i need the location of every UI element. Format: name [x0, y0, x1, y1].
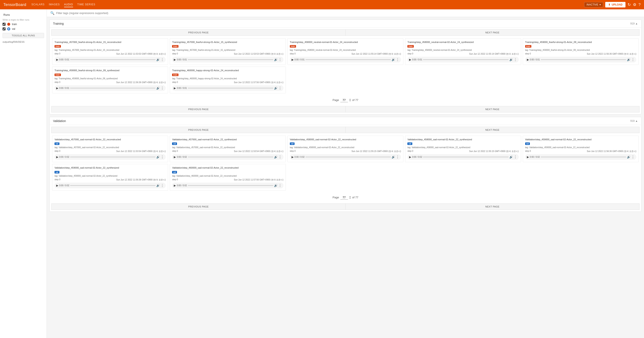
- more-button[interactable]: ⋮: [514, 155, 517, 159]
- volume-button[interactable]: 🔊: [156, 87, 160, 90]
- nav-images[interactable]: IMAGES: [49, 2, 60, 7]
- volume-button[interactable]: 🔊: [156, 155, 160, 159]
- volume-button[interactable]: 🔊: [510, 155, 513, 159]
- play-button[interactable]: ▶: [174, 87, 176, 90]
- progress-bar[interactable]: [70, 59, 156, 60]
- more-button[interactable]: ⋮: [631, 155, 635, 159]
- more-button[interactable]: ⋮: [514, 58, 517, 62]
- progress-bar[interactable]: [423, 59, 508, 60]
- volume-button[interactable]: 🔊: [392, 58, 395, 61]
- more-button[interactable]: ⋮: [160, 58, 164, 62]
- play-button[interactable]: ▶: [56, 184, 58, 187]
- upload-button[interactable]: ⬆ UPLOAD: [605, 2, 626, 7]
- training-prev-page-bottom[interactable]: PREVIOUS PAGE: [51, 106, 346, 112]
- volume-button[interactable]: 🔊: [274, 58, 278, 61]
- progress-bar[interactable]: [188, 88, 273, 88]
- validation-page-input[interactable]: [340, 195, 348, 200]
- progress-bar[interactable]: [188, 185, 273, 186]
- validation-next-page-top[interactable]: NEXT PAGE: [346, 127, 640, 133]
- progress-bar[interactable]: [188, 157, 273, 157]
- step-value: step 0: [408, 150, 413, 153]
- volume-button[interactable]: 🔊: [274, 155, 278, 159]
- sidebar-path: output/log/RAVDESS: [0, 40, 47, 44]
- progress-bar[interactable]: [70, 157, 156, 157]
- audio-player: ▶ 0:00 / 0:01 🔊 ⋮: [525, 57, 636, 62]
- play-button[interactable]: ▶: [174, 58, 176, 61]
- volume-button[interactable]: 🔊: [274, 87, 278, 90]
- validation-page-down[interactable]: ▼: [349, 197, 351, 199]
- training-page-down[interactable]: ▼: [349, 100, 351, 102]
- more-button[interactable]: ⋮: [396, 58, 399, 62]
- more-button[interactable]: ⋮: [160, 155, 164, 159]
- nav-time-series[interactable]: TIME SERIES: [77, 2, 96, 7]
- play-button[interactable]: ▶: [174, 155, 176, 159]
- progress-bar[interactable]: [541, 157, 626, 157]
- step-value: step 0: [172, 81, 178, 84]
- play-button[interactable]: ▶: [174, 184, 176, 187]
- refresh-button[interactable]: ↻: [628, 2, 631, 7]
- card-meta: tag: Training/step_457000_fearful-strong…: [54, 48, 166, 52]
- progress-bar[interactable]: [541, 59, 626, 60]
- play-button[interactable]: ▶: [292, 155, 294, 159]
- more-button[interactable]: ⋮: [160, 86, 164, 90]
- play-button[interactable]: ▶: [409, 155, 411, 159]
- progress-bar[interactable]: [70, 88, 156, 88]
- progress-bar[interactable]: [188, 59, 273, 60]
- card-meta: tag: Validation/step_460000_sad-normal-0…: [172, 174, 283, 177]
- training-page-input[interactable]: [340, 98, 348, 102]
- progress-bar[interactable]: [306, 157, 391, 157]
- more-button[interactable]: ⋮: [278, 183, 282, 187]
- play-button[interactable]: ▶: [527, 58, 529, 61]
- play-button[interactable]: ▶: [56, 58, 58, 61]
- volume-button[interactable]: 🔊: [156, 184, 160, 187]
- toggle-all-runs-button[interactable]: TOGGLE ALL RUNS: [2, 33, 44, 38]
- run-train: train: [0, 22, 47, 26]
- progress-bar[interactable]: [423, 157, 508, 157]
- card-title: Validation/step_460000_sad-normal-02-Act…: [172, 166, 283, 169]
- step-value: step 0: [408, 52, 413, 55]
- play-button[interactable]: ▶: [527, 155, 529, 159]
- more-button[interactable]: ⋮: [160, 183, 164, 187]
- validation-prev-page-top[interactable]: PREVIOUS PAGE: [51, 127, 346, 133]
- more-button[interactable]: ⋮: [278, 155, 282, 159]
- audio-card: Validation/step_459000_sad-normal-02-Act…: [523, 136, 639, 162]
- run-val-checkbox[interactable]: [2, 27, 6, 30]
- volume-button[interactable]: 🔊: [627, 58, 630, 61]
- volume-button[interactable]: 🔊: [274, 184, 278, 187]
- validation-pagination: Page ▲ ▼ of 77: [50, 193, 641, 202]
- progress-bar[interactable]: [70, 185, 156, 186]
- play-button[interactable]: ▶: [56, 155, 58, 159]
- more-button[interactable]: ⋮: [631, 58, 635, 62]
- audio-player: ▶ 0:00 / 0:01 🔊 ⋮: [172, 57, 283, 62]
- audio-card: Validation/step_457000_sad-normal-02-Act…: [170, 136, 286, 162]
- training-prev-page-top[interactable]: PREVIOUS PAGE: [51, 29, 346, 36]
- training-next-page-top[interactable]: NEXT PAGE: [346, 29, 640, 36]
- more-button[interactable]: ⋮: [278, 86, 282, 90]
- volume-button[interactable]: 🔊: [392, 155, 395, 159]
- more-button[interactable]: ⋮: [396, 155, 399, 159]
- volume-button[interactable]: 🔊: [156, 58, 160, 61]
- inactive-button[interactable]: INACTIVE ▾: [584, 2, 603, 7]
- help-button[interactable]: ?: [638, 2, 640, 7]
- more-button[interactable]: ⋮: [278, 58, 282, 62]
- app-body: Runs Write a regex to filter runs train …: [0, 9, 644, 338]
- card-step: step 0 Sun Jun 12 2022 11:53:54 GMT+0900…: [172, 150, 283, 153]
- filter-input[interactable]: [56, 11, 640, 15]
- volume-button[interactable]: 🔊: [510, 58, 513, 61]
- play-button[interactable]: ▶: [56, 87, 58, 90]
- nav-scalars[interactable]: SCALARS: [32, 2, 45, 7]
- run-badge: train: [525, 45, 532, 48]
- volume-button[interactable]: 🔊: [627, 155, 630, 159]
- validation-next-page-bottom[interactable]: NEXT PAGE: [346, 203, 640, 210]
- nav-audio[interactable]: AUDIO: [64, 2, 73, 7]
- settings-button[interactable]: ⚙: [633, 2, 636, 7]
- play-button[interactable]: ▶: [292, 58, 294, 61]
- training-next-page-bottom[interactable]: NEXT PAGE: [346, 106, 640, 112]
- card-step: step 0 Sun Jun 12 2022 11:53:54 GMT+0900…: [54, 150, 166, 153]
- run-val-label: val: [12, 27, 15, 30]
- search-icon: 🔍: [50, 11, 54, 15]
- run-train-checkbox[interactable]: [2, 23, 6, 26]
- play-button[interactable]: ▶: [409, 58, 411, 61]
- validation-prev-page-bottom[interactable]: PREVIOUS PAGE: [51, 203, 346, 210]
- progress-bar[interactable]: [306, 59, 391, 60]
